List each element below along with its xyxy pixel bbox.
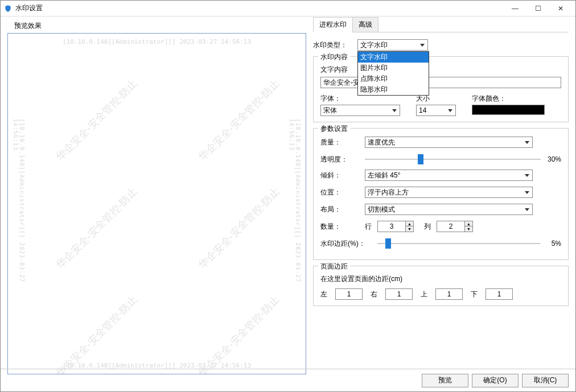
cols-label: 列 (424, 222, 431, 232)
watermark-side-left: [10.10.0.148][Administrator][] 2023-03-2… (13, 119, 25, 289)
page-margin-title: 页面边距 (318, 262, 350, 271)
close-button[interactable]: ✕ (549, 1, 572, 16)
watermark-side-right: [10.10.0.148][Administrator][] 2023-03-2… (289, 119, 301, 289)
cancel-button[interactable]: 取消(C) (522, 374, 569, 387)
arrow-up-icon[interactable]: ▲ (464, 221, 472, 226)
rows-label: 行 (365, 222, 372, 232)
chevron-down-icon (523, 171, 531, 179)
preview-heading: 预览效果 (7, 16, 306, 33)
watermark-type-label: 水印类型： (313, 40, 357, 50)
layout-select[interactable]: 切割模式 (365, 204, 533, 215)
text-content-label: 文字内容 (320, 65, 561, 75)
preview-canvas: [10.10.0.148][Administrator][] 2023-03-2… (7, 33, 306, 374)
tilt-label: 倾斜： (320, 171, 365, 180)
minimize-button[interactable]: — (504, 1, 526, 16)
maximize-button[interactable]: ☐ (526, 1, 549, 16)
layout-label: 布局： (320, 205, 365, 214)
watermark-diagonal: 华企安全-安全管控-防止 (54, 185, 141, 272)
content-group: 水印内容 文字内容 字体： 宋体 大小 14 (313, 56, 569, 122)
type-option-dot[interactable]: 点阵水印 (358, 73, 429, 84)
margin-bottom-label: 下 (471, 290, 478, 299)
titlebar: 水印设置 — ☐ ✕ (1, 1, 575, 16)
margin-right-input[interactable] (385, 288, 413, 300)
margin-left-input[interactable] (335, 288, 363, 300)
position-label: 位置： (320, 188, 365, 197)
font-select[interactable]: 宋体 (320, 105, 400, 116)
rows-spinner[interactable]: ▲▼ (377, 221, 414, 232)
wm-margin-value: 5% (541, 240, 561, 247)
text-content-input[interactable] (320, 77, 561, 88)
watermark-diagonal: 华企安全-安全管控-防止 (196, 77, 283, 164)
chevron-down-icon (523, 205, 531, 213)
margin-right-label: 右 (371, 290, 377, 299)
position-select[interactable]: 浮于内容上方 (365, 187, 533, 198)
type-option-image[interactable]: 图片水印 (358, 63, 429, 73)
margin-left-label: 左 (320, 290, 327, 299)
color-label: 字体颜色： (472, 94, 546, 104)
type-option-text[interactable]: 文字水印 (358, 52, 429, 63)
content-group-title: 水印内容 (318, 52, 350, 62)
quality-label: 质量： (320, 138, 365, 147)
param-group-title: 参数设置 (318, 124, 350, 134)
tab-advanced[interactable]: 高级 (352, 17, 378, 32)
margin-top-label: 上 (421, 290, 427, 299)
page-margin-group: 页面边距 在这里设置页面的边距(cm) 左 右 上 下 (313, 266, 569, 306)
wm-margin-slider[interactable] (377, 238, 541, 249)
window-title: 水印设置 (15, 3, 504, 13)
type-option-invisible[interactable]: 隐形水印 (358, 84, 429, 95)
chevron-down-icon (418, 41, 426, 49)
opacity-slider[interactable] (365, 154, 541, 165)
watermark-diagonal: 华企安全-安全管控-防止 (54, 77, 141, 164)
chevron-down-icon (390, 106, 398, 114)
watermark-type-dropdown: 文字水印 图片水印 点阵水印 隐形水印 (357, 51, 429, 96)
cols-spinner[interactable]: ▲▼ (437, 221, 473, 232)
app-shield-icon (4, 5, 12, 13)
chevron-down-icon (523, 188, 531, 196)
margin-bottom-input[interactable] (486, 288, 513, 300)
watermark-diagonal: 华企安全-安全管控-防止 (196, 185, 283, 272)
tab-process-watermark[interactable]: 进程水印 (313, 17, 353, 32)
opacity-value: 30% (541, 155, 561, 163)
watermark-header: [10.10.0.148][Administrator][] 2023-03-2… (8, 38, 306, 46)
tilt-select[interactable]: 左倾斜 45° (365, 170, 533, 181)
margin-top-input[interactable] (435, 288, 463, 300)
tab-bar: 进程水印 高级 (313, 16, 569, 32)
wm-margin-label: 水印边距(%)： (320, 239, 377, 249)
preview-button[interactable]: 预览 (422, 374, 468, 387)
watermark-settings-window: 水印设置 — ☐ ✕ 预览效果 [10.10.0.148][Administra… (0, 0, 576, 392)
param-group: 参数设置 质量： 速度优先 透明度： 30% 倾斜： (313, 128, 569, 260)
color-swatch[interactable] (472, 105, 545, 115)
arrow-up-icon[interactable]: ▲ (405, 221, 413, 226)
size-select[interactable]: 14 (416, 105, 456, 116)
arrow-down-icon[interactable]: ▼ (405, 226, 413, 232)
watermark-type-select[interactable]: 文字水印 文字水印 图片水印 点阵水印 隐形水印 (357, 39, 428, 51)
page-margin-hint: 在这里设置页面的边距(cm) (320, 274, 561, 284)
count-label: 数量： (320, 222, 365, 232)
arrow-down-icon[interactable]: ▼ (464, 226, 472, 232)
ok-button[interactable]: 确定(O) (472, 374, 519, 387)
dialog-footer: 预览 确定(O) 取消(C) (1, 369, 575, 391)
chevron-down-icon (446, 106, 454, 114)
quality-select[interactable]: 速度优先 (365, 137, 533, 148)
chevron-down-icon (523, 138, 531, 146)
opacity-label: 透明度： (320, 155, 365, 164)
